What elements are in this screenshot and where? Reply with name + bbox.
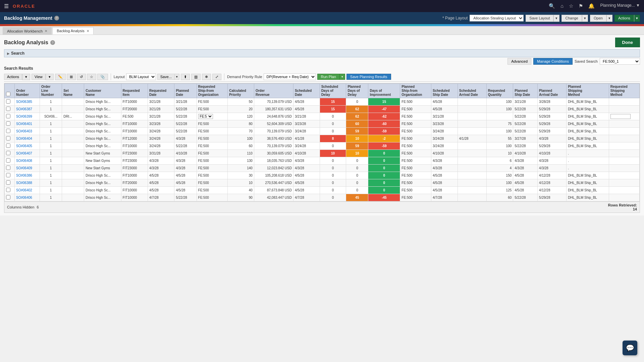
advanced-button[interactable]: Advanced xyxy=(507,58,531,65)
search-section-header[interactable]: ▶ Search xyxy=(4,49,640,57)
actions-toolbar-button[interactable]: Actions xyxy=(4,74,22,80)
calc-priority-cell: 40 xyxy=(228,187,254,194)
save-arrow-button[interactable]: ▾ xyxy=(174,74,179,80)
req-shipping-method-cell[interactable] xyxy=(609,113,639,120)
sched-ship-date-cell: 4/3/28 xyxy=(431,157,458,165)
planned-ship-date-cell: 5/22/28 xyxy=(513,142,538,150)
row-checkbox[interactable] xyxy=(6,158,10,163)
requested-item-cell: FIT20000 xyxy=(121,179,148,187)
tab-allocation-workbench-close[interactable]: ✕ xyxy=(45,29,47,33)
row-checkbox[interactable] xyxy=(6,136,10,140)
home-nav-icon[interactable]: ⌂ xyxy=(560,3,564,9)
change-arrow[interactable]: ▾ xyxy=(582,15,588,22)
open-button[interactable]: Open xyxy=(590,15,606,22)
table-icon-button[interactable]: ⊞ xyxy=(67,74,76,80)
row-checkbox[interactable] xyxy=(6,188,10,192)
planned-ship-date-cell: 5/22/28 xyxy=(513,106,538,113)
flag-nav-icon[interactable]: ⚑ xyxy=(579,3,583,9)
planned-days-delay-cell: 62 xyxy=(346,106,368,113)
run-plan-arrow[interactable]: ▾ xyxy=(339,74,345,80)
columns-icon-button[interactable]: ▥ xyxy=(191,74,201,80)
attach-icon-button[interactable]: 📎 xyxy=(97,74,108,80)
refresh-icon-button[interactable]: ↺ xyxy=(77,74,86,80)
row-checkbox-cell[interactable] xyxy=(5,179,15,187)
sched-arrival-date-cell xyxy=(458,128,486,135)
actions-arrow[interactable]: ▾ xyxy=(634,15,640,22)
row-checkbox[interactable] xyxy=(6,180,10,185)
row-checkbox-cell[interactable] xyxy=(5,194,15,201)
row-checkbox[interactable] xyxy=(6,114,10,118)
row-checkbox[interactable] xyxy=(6,151,10,155)
page-layout-select[interactable]: Allocation Stealing Layout xyxy=(470,15,524,21)
sched-ship-date-cell: 3/24/28 xyxy=(431,135,458,142)
done-button[interactable]: Done xyxy=(615,38,640,47)
planned-ship-from-cell: FE:500 xyxy=(400,157,431,165)
pencil-icon-button[interactable]: ✏️ xyxy=(55,74,66,80)
row-checkbox[interactable] xyxy=(6,143,10,148)
saved-search-label: Saved Search xyxy=(575,59,598,63)
view-toolbar-button[interactable]: View xyxy=(32,74,46,80)
save-layout-button[interactable]: Save Layout xyxy=(526,15,553,22)
run-plan-button[interactable]: Run Plan xyxy=(317,74,339,80)
planned-arrival-date-cell: 4/12/28 xyxy=(538,179,567,187)
row-checkbox-cell[interactable] xyxy=(5,98,15,106)
view-toolbar-arrow[interactable]: ▾ xyxy=(46,74,54,80)
req-shipping-method-cell xyxy=(609,172,639,179)
req-ship-from-cell: FE:500 xyxy=(197,165,228,172)
sched-arrival-date-cell xyxy=(458,106,486,113)
row-checkbox-cell[interactable] xyxy=(5,142,15,150)
tab-allocation-workbench[interactable]: Allocation Workbench ✕ xyxy=(3,27,52,35)
star-nav-icon[interactable]: ☆ xyxy=(569,3,573,9)
row-checkbox-cell[interactable] xyxy=(5,106,15,113)
layout-select[interactable]: BLM Layout xyxy=(126,73,156,80)
save-planning-button[interactable]: Save Planning Results xyxy=(346,74,391,80)
save-button[interactable]: Save... xyxy=(157,74,174,80)
actions-toolbar-arrow[interactable]: ▾ xyxy=(22,74,30,80)
planned-ship-from-cell: FE:500 xyxy=(400,142,431,150)
detach-icon-button[interactable]: ⤢ xyxy=(212,74,221,80)
actions-button[interactable]: Actions xyxy=(614,15,634,22)
row-checkbox-cell[interactable] xyxy=(5,135,15,142)
row-checkbox[interactable] xyxy=(6,99,10,104)
order-line-cell: 1 xyxy=(40,106,62,113)
row-checkbox-cell[interactable] xyxy=(5,128,15,135)
star-icon-button[interactable]: ☆ xyxy=(87,74,96,80)
row-checkbox-cell[interactable] xyxy=(5,187,15,194)
row-checkbox[interactable] xyxy=(6,195,10,199)
tab-backlog-analysis-close[interactable]: ✕ xyxy=(87,29,89,33)
select-all-checkbox[interactable] xyxy=(6,92,10,96)
row-checkbox-cell[interactable] xyxy=(5,150,15,157)
req-qty-cell: 6 xyxy=(486,157,513,165)
sched-days-delay-cell: 0 xyxy=(320,142,346,150)
row-checkbox-cell[interactable] xyxy=(5,165,15,172)
demand-priority-select[interactable]: DP(Revenue + Req Date) xyxy=(264,73,316,80)
row-checkbox[interactable] xyxy=(6,173,10,177)
req-ship-from-cell[interactable]: FE:5 xyxy=(197,113,228,120)
save-layout-arrow[interactable]: ▾ xyxy=(553,15,559,22)
manage-conditions-button[interactable]: Manage Conditions xyxy=(533,58,573,65)
saved-search-select[interactable]: FE:500_1 xyxy=(600,58,640,65)
row-checkbox[interactable] xyxy=(6,121,10,126)
app-help-icon[interactable]: ? xyxy=(54,16,59,20)
freeze-icon-button[interactable]: ❄ xyxy=(202,74,211,80)
change-button[interactable]: Change xyxy=(561,15,582,22)
row-checkbox-cell[interactable] xyxy=(5,120,15,128)
row-checkbox[interactable] xyxy=(6,129,10,133)
page-help-icon[interactable]: ? xyxy=(50,40,55,45)
toolbar-separator-2 xyxy=(224,73,224,80)
row-checkbox-cell[interactable] xyxy=(5,113,15,120)
row-checkbox-cell[interactable] xyxy=(5,172,15,179)
bell-nav-icon[interactable]: 🔔 xyxy=(588,3,595,9)
open-arrow[interactable]: ▾ xyxy=(606,15,612,22)
order-number-cell: SO#06401 xyxy=(15,120,40,128)
row-checkbox-cell[interactable] xyxy=(5,157,15,165)
hamburger-icon[interactable]: ☰ xyxy=(4,3,9,9)
tab-backlog-analysis[interactable]: Backlog Analysis ✕ xyxy=(52,27,94,35)
row-checkbox[interactable] xyxy=(6,166,10,170)
user-menu[interactable]: Planning Manage... ▼ xyxy=(600,3,640,9)
table-row: SO#06388 1 Drisco High Sc... FIT20000 4/… xyxy=(5,179,640,187)
row-checkbox[interactable] xyxy=(6,107,10,111)
export-icon-button[interactable]: ⬆ xyxy=(181,74,190,80)
search-nav-icon[interactable]: 🔍 xyxy=(549,3,555,9)
planned-ship-date-cell: 5/22/28 xyxy=(513,120,538,128)
